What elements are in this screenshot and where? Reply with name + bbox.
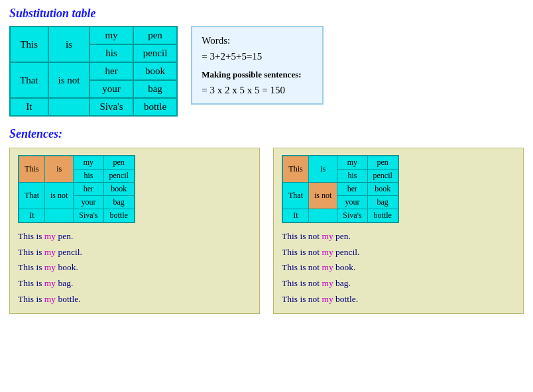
small-cell-it: It [19,209,45,223]
highlight-word: my [44,247,56,257]
table-row: This is my pen [19,156,135,170]
small-cell-her: her [74,183,103,196]
highlight-word: my [322,278,333,288]
table-row: It Siva's bottle [282,209,398,223]
small-cell-his: his [74,170,103,183]
table-row: It Siva's bottle [10,98,177,116]
highlight-word: my [322,294,333,304]
small-cell-sivas-2: Siva's [337,209,367,223]
highlight-word: my [322,247,333,257]
small-cell-it-2: It [282,209,309,223]
words-box: Words: = 3+2+5+5=15 Making possible sent… [191,26,324,105]
small-cell-is-not-2: is not [309,183,337,209]
highlight-word: my [44,294,56,304]
small-cell-is: is [45,156,74,183]
cell-book: book [133,62,178,80]
sentence-list-2: This is not my pen. This is not my penci… [282,228,515,307]
highlight-word: my [44,231,56,241]
sentence-block-1: This is my pen his pencil That is not he… [9,148,260,314]
cell-empty [48,98,90,116]
small-cell-bag: bag [103,196,135,209]
small-cell-is-2: is [309,156,337,183]
highlight-word: my [322,231,333,241]
list-item: This is my bag. [18,275,251,291]
small-cell-your-2: your [337,196,367,209]
list-item: This is my pen. [18,228,251,244]
words-line2: = 3+2+5+5=15 [202,48,313,64]
sentence-list-1: This is my pen. This is my pencil. This … [18,228,251,307]
small-cell-pencil: pencil [103,170,135,183]
small-cell-pen: pen [103,156,135,170]
cell-it: It [10,98,48,116]
cell-this: This [10,26,48,62]
cell-bag: bag [133,80,178,98]
small-sub-table-1: This is my pen his pencil That is not he… [18,155,135,223]
table-row: That is not her book [282,183,398,196]
small-cell-sivas: Siva's [74,209,103,223]
small-cell-pen-2: pen [367,156,398,170]
words-line1: Words: [202,32,313,48]
small-cell-my-2: my [337,156,367,170]
small-cell-her-2: her [337,183,367,196]
small-cell-bottle-2: bottle [367,209,398,223]
cell-sivas: Siva's [89,98,133,116]
table-row: This is my pen [10,26,177,44]
small-cell-that: That [19,183,45,209]
table-row: This is my pen [282,156,398,170]
small-cell-empty [45,209,74,223]
cell-his: his [89,44,133,62]
list-item: This is not my bag. [282,275,515,291]
sentences-title: Sentences: [9,127,524,141]
highlight-word: my [44,262,56,272]
small-cell-my: my [74,156,103,170]
sentences-area: This is my pen his pencil That is not he… [9,148,524,314]
small-cell-bottle: bottle [103,209,135,223]
table-row: It Siva's bottle [19,209,135,223]
small-cell-your: your [74,196,103,209]
list-item: This is not my pen. [282,228,515,244]
cell-bottle: bottle [133,98,178,116]
cell-pen: pen [133,26,178,44]
cell-my: my [89,26,133,44]
highlight-word: my [322,262,333,272]
small-cell-that-2: That [282,183,309,209]
top-area: This is my pen his pencil That is not he… [9,26,524,117]
list-item: This is not my pencil. [282,244,515,260]
small-cell-book: book [103,183,135,196]
small-cell-bag-2: bag [367,196,398,209]
words-line4: = 3 x 2 x 5 x 5 = 150 [202,82,313,98]
small-cell-empty-2 [309,209,337,223]
highlight-word: my [44,278,56,288]
cell-her: her [89,62,133,80]
cell-pencil: pencil [133,44,178,62]
substitution-table: This is my pen his pencil That is not he… [9,26,178,117]
main-title: Substitution table [9,7,524,21]
small-cell-his-2: his [337,170,367,183]
cell-your: your [89,80,133,98]
small-sub-table-2: This is my pen his pencil That is not he… [282,155,399,223]
small-cell-this-2: This [282,156,309,183]
list-item: This is my bottle. [18,291,251,307]
small-cell-is-not: is not [45,183,74,209]
words-line3: Making possible sentences: [202,68,313,82]
cell-is: is [48,26,90,62]
list-item: This is my book. [18,260,251,275]
cell-that: That [10,62,48,98]
cell-is-not: is not [48,62,90,98]
table-row: That is not her book [10,62,177,80]
small-cell-this: This [19,156,45,183]
list-item: This is not my bottle. [282,291,515,307]
table-row: That is not her book [19,183,135,196]
small-cell-pencil-2: pencil [367,170,398,183]
small-cell-book-2: book [367,183,398,196]
list-item: This is not my book. [282,260,515,275]
list-item: This is my pencil. [18,244,251,260]
sentence-block-2: This is my pen his pencil That is not he… [273,148,524,314]
